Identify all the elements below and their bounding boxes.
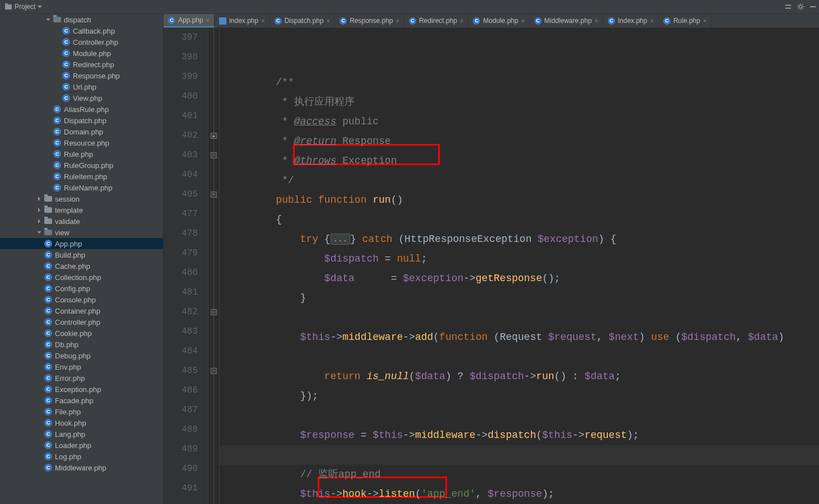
tree-item[interactable]: CContainer.php bbox=[0, 305, 163, 316]
tree-item[interactable]: CEnv.php bbox=[0, 361, 163, 372]
tree-item[interactable]: CError.php bbox=[0, 372, 163, 384]
tree-item[interactable]: CDomain.php bbox=[0, 126, 163, 137]
tree-item[interactable]: CBuild.php bbox=[0, 249, 163, 260]
code-line[interactable]: /** bbox=[220, 73, 819, 92]
tree-item[interactable]: CModule.php bbox=[0, 48, 163, 59]
tree-item[interactable]: CRuleItem.php bbox=[0, 171, 163, 182]
gear-icon[interactable] bbox=[794, 1, 807, 13]
fold-collapse-icon[interactable]: − bbox=[211, 309, 217, 315]
code-line[interactable]: * @access public bbox=[220, 112, 819, 132]
tree-item[interactable]: CDispatch.php bbox=[0, 115, 163, 126]
tree-item[interactable]: CLoader.php bbox=[0, 440, 163, 451]
chevron-down-icon[interactable] bbox=[45, 16, 52, 23]
code-line[interactable]: }); bbox=[220, 386, 819, 406]
code-line[interactable]: $this->hook->listen('app_end', $response… bbox=[220, 484, 819, 504]
tree-item[interactable]: CRuleGroup.php bbox=[0, 160, 163, 171]
project-dropdown[interactable]: Project bbox=[0, 3, 46, 11]
fold-collapse-icon[interactable]: ▴ bbox=[211, 133, 217, 139]
fold-ellipsis[interactable]: ... bbox=[331, 234, 350, 245]
code-line[interactable]: } bbox=[220, 288, 819, 308]
tree-item[interactable]: CUrl.php bbox=[0, 81, 163, 92]
tree-item[interactable]: CRuleName.php bbox=[0, 182, 163, 193]
code-line[interactable] bbox=[220, 308, 819, 328]
fold-expand-icon[interactable]: + bbox=[211, 192, 217, 198]
close-icon[interactable]: × bbox=[594, 17, 598, 24]
tree-item[interactable]: CCache.php bbox=[0, 260, 163, 272]
tree-item[interactable]: validate bbox=[0, 216, 163, 227]
tree-item[interactable]: session bbox=[0, 193, 163, 204]
code-line[interactable] bbox=[220, 347, 819, 367]
tree-item-label: template bbox=[55, 206, 83, 214]
tree-item[interactable]: CDb.php bbox=[0, 339, 163, 350]
code-line[interactable]: $response = $this->middleware->dispatch(… bbox=[220, 426, 819, 445]
chevron-down-icon[interactable] bbox=[36, 229, 43, 236]
close-icon[interactable]: × bbox=[206, 17, 210, 24]
close-icon[interactable]: × bbox=[396, 17, 399, 24]
tree-item[interactable]: CResource.php bbox=[0, 137, 163, 148]
editor-tab[interactable]: index.php× bbox=[215, 14, 269, 27]
tree-item[interactable]: CFile.php bbox=[0, 406, 163, 417]
editor-tab[interactable]: CDispatch.php× bbox=[270, 14, 335, 27]
tree-item[interactable]: CRedirect.php bbox=[0, 59, 163, 70]
code-line[interactable]: * @return Response bbox=[220, 132, 819, 151]
chevron-right-icon[interactable] bbox=[36, 195, 43, 202]
tree-item[interactable]: CView.php bbox=[0, 92, 163, 104]
chevron-right-icon[interactable] bbox=[36, 207, 43, 213]
code-line[interactable]: $data = $exception->getResponse(); bbox=[220, 269, 819, 288]
tree-item[interactable]: CApp.php bbox=[0, 238, 163, 249]
code-line[interactable]: return is_null($data) ? $dispatch->run()… bbox=[220, 367, 819, 386]
code-editor[interactable]: /** * 执行应用程序 * @access public * @return … bbox=[220, 28, 819, 504]
code-line[interactable] bbox=[220, 445, 819, 465]
code-line[interactable]: { bbox=[220, 210, 819, 230]
code-line[interactable]: * @throws Exception bbox=[220, 151, 819, 171]
settings-icon[interactable] bbox=[782, 1, 794, 13]
tree-item[interactable]: CAliasRule.php bbox=[0, 104, 163, 115]
project-tree[interactable]: dispatchCCallback.phpCController.phpCMod… bbox=[0, 14, 164, 504]
tree-item[interactable]: CFacade.php bbox=[0, 395, 163, 406]
tree-item[interactable]: dispatch bbox=[0, 14, 163, 25]
editor-tab[interactable]: CApp.php× bbox=[164, 14, 215, 27]
tree-item[interactable]: CRule.php bbox=[0, 148, 163, 160]
tree-item[interactable]: CHook.php bbox=[0, 417, 163, 428]
close-icon[interactable]: × bbox=[261, 17, 264, 24]
tree-item[interactable]: template bbox=[0, 204, 163, 216]
tree-item[interactable]: CException.php bbox=[0, 384, 163, 395]
editor-tab[interactable]: CResponse.php× bbox=[335, 14, 404, 27]
tree-item[interactable]: CCollection.php bbox=[0, 272, 163, 283]
tree-item[interactable]: CCookie.php bbox=[0, 328, 163, 339]
code-line[interactable]: public function run() bbox=[220, 190, 819, 210]
tree-item[interactable]: CController.php bbox=[0, 36, 163, 48]
code-line[interactable]: $dispatch = null; bbox=[220, 249, 819, 269]
editor-tab[interactable]: CRedirect.php× bbox=[404, 14, 468, 27]
editor-tab[interactable]: CRule.php× bbox=[659, 14, 711, 27]
code-line[interactable]: $this->middleware->add(function (Request… bbox=[220, 328, 819, 347]
fold-column[interactable]: ▴−+−− bbox=[208, 28, 220, 504]
editor-tab[interactable]: CIndex.php× bbox=[603, 14, 659, 27]
tree-item[interactable]: CDebug.php bbox=[0, 350, 163, 361]
tree-item[interactable]: CConfig.php bbox=[0, 283, 163, 294]
tree-item[interactable]: CResponse.php bbox=[0, 70, 163, 81]
close-icon[interactable]: × bbox=[650, 17, 653, 24]
fold-collapse-icon[interactable]: − bbox=[211, 152, 217, 158]
tree-item[interactable]: CController.php bbox=[0, 316, 163, 328]
fold-collapse-icon[interactable]: − bbox=[211, 368, 217, 374]
close-icon[interactable]: × bbox=[460, 17, 463, 24]
tree-item[interactable]: view bbox=[0, 227, 163, 238]
editor-tab[interactable]: CMiddleware.php× bbox=[530, 14, 603, 27]
chevron-right-icon[interactable] bbox=[36, 218, 43, 225]
code-line[interactable]: * 执行应用程序 bbox=[220, 92, 819, 112]
code-line[interactable]: try {...} catch (HttpResponseException $… bbox=[220, 230, 819, 249]
code-line[interactable]: */ bbox=[220, 171, 819, 190]
tree-item[interactable]: CLog.php bbox=[0, 451, 163, 462]
collapse-icon[interactable] bbox=[807, 1, 819, 13]
close-icon[interactable]: × bbox=[703, 17, 706, 24]
editor-tab[interactable]: CModule.php× bbox=[468, 14, 529, 27]
code-line[interactable] bbox=[220, 406, 819, 426]
tree-item[interactable]: CConsole.php bbox=[0, 294, 163, 305]
tree-item[interactable]: CLang.php bbox=[0, 428, 163, 440]
code-line[interactable]: // 监听app_end bbox=[220, 465, 819, 484]
tree-item[interactable]: CCallback.php bbox=[0, 25, 163, 36]
close-icon[interactable]: × bbox=[327, 17, 330, 24]
tree-item[interactable]: CMiddleware.php bbox=[0, 462, 163, 473]
close-icon[interactable]: × bbox=[521, 17, 524, 24]
